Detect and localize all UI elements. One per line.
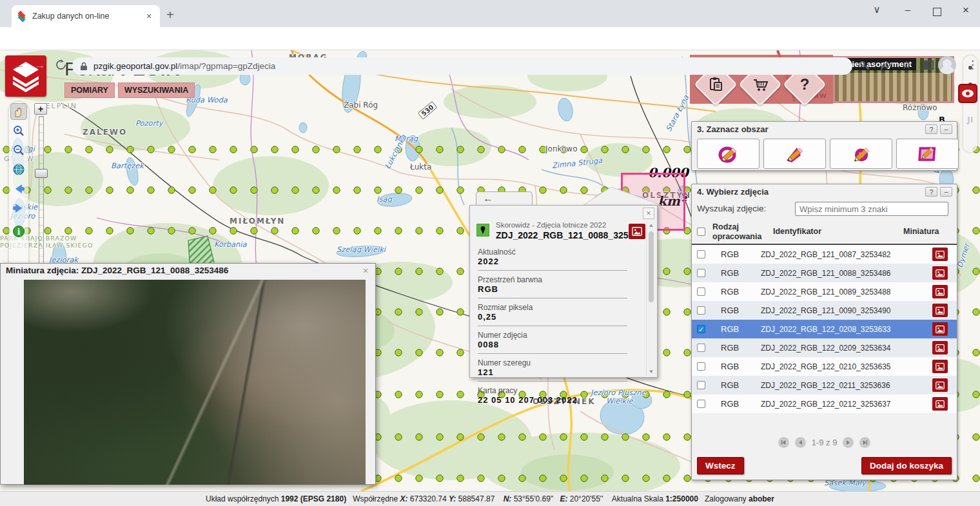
add-to-cart-button[interactable]: Dodaj do koszyka <box>861 457 952 474</box>
browser-menu-dots-icon[interactable]: ⋮ <box>967 58 978 72</box>
zoom-in-button[interactable] <box>10 122 27 139</box>
row-identifier: ZDJ_2022_RGB_122_0210_3253635 <box>761 362 932 371</box>
back-button-browser[interactable]: ← <box>13 58 25 72</box>
visibility-eye-button[interactable] <box>958 84 977 103</box>
bookmark-star-icon[interactable]: ☆ <box>901 58 912 72</box>
sidebar-icon[interactable] <box>923 61 934 70</box>
last-page-button[interactable] <box>859 437 870 448</box>
row-checkbox[interactable] <box>697 400 705 408</box>
draw-polyline-button[interactable] <box>763 139 826 169</box>
popup-close-button[interactable]: × <box>643 208 654 219</box>
draw-rectangle-button[interactable] <box>896 139 959 169</box>
table-row[interactable]: RGBZDJ_2022_RGB_121_0090_3253490 <box>692 301 957 320</box>
full-extent-button[interactable] <box>10 161 27 178</box>
address-bar[interactable]: pzgik.geoportal.gov.pl/imap/?gpmap=gpZdj… <box>72 57 852 75</box>
next-page-button[interactable] <box>843 437 854 448</box>
nav-wyszukiwania[interactable]: WYSZUKIWANIA <box>118 83 195 98</box>
field-label: Karta pracy <box>478 386 627 395</box>
draw-polygon-button[interactable] <box>830 139 892 169</box>
browser-tabstrip: Zakup danych on-line × + ∨ – × <box>0 0 980 27</box>
panel4-help-button[interactable]: ? <box>925 187 937 197</box>
table-row[interactable]: RGBZDJ_2022_RGB_121_0088_3253486 <box>692 264 957 282</box>
row-identifier: ZDJ_2022_RGB_121_0088_3253486 <box>761 269 932 278</box>
table-header: Rodzaj opracowania Identyfikator Miniatu… <box>692 220 957 245</box>
window-minimize-button[interactable]: – <box>898 4 917 15</box>
popup-source: Skorowidz - Zdjęcia lotnicze 2022 <box>496 221 625 229</box>
slider-handle[interactable] <box>35 169 48 178</box>
row-miniature-button[interactable] <box>932 266 948 280</box>
panel3-help-button[interactable]: ? <box>925 124 937 134</box>
row-miniature-button[interactable] <box>932 378 948 392</box>
globe-icon <box>12 163 25 176</box>
map-label: MIŁOMŁYN <box>230 217 285 226</box>
row-type: RGB <box>721 324 761 334</box>
row-checkbox[interactable] <box>697 362 705 371</box>
row-miniature-button[interactable] <box>932 248 948 261</box>
panel3-minimize-button[interactable]: − <box>940 124 952 134</box>
panel4-minimize-button[interactable]: − <box>940 187 952 197</box>
pan-tool-button[interactable] <box>10 103 27 120</box>
popup-miniature-button[interactable] <box>629 224 645 239</box>
row-miniature-button[interactable] <box>932 397 948 411</box>
zoom-out-button[interactable] <box>10 142 27 159</box>
panel3-title: 3. Zaznacz obszar <box>697 124 769 134</box>
popup-scrollbar[interactable]: ▲ ▼ <box>646 221 656 376</box>
info-button[interactable]: i <box>10 223 27 240</box>
row-miniature-button[interactable] <box>932 341 948 355</box>
image-icon <box>935 269 945 278</box>
table-row[interactable]: RGBZDJ_2022_RGB_122_0210_3253635 <box>692 357 957 376</box>
table-row[interactable]: RGBZDJ_2022_RGB_122_0211_3253636 <box>692 376 957 394</box>
draw-circle-button[interactable] <box>697 139 760 169</box>
window-close-button[interactable]: × <box>956 4 975 17</box>
row-checkbox[interactable]: ✓ <box>697 325 705 333</box>
row-checkbox[interactable] <box>697 381 705 389</box>
profile-avatar[interactable] <box>938 56 956 74</box>
row-type: RGB <box>721 268 761 278</box>
browser-tab[interactable]: Zakup danych on-line × <box>12 5 160 27</box>
search-photo-input[interactable] <box>795 202 948 216</box>
reload-icon[interactable] <box>55 59 66 73</box>
miniature-close-button[interactable]: × <box>360 266 371 277</box>
map-viewport[interactable]: MałdytyMORĄGNarieŻabi RógRuda WodaPELPLI… <box>0 50 980 491</box>
scrollbar-thumb[interactable] <box>649 231 654 302</box>
scroll-up-icon[interactable]: ▲ <box>647 222 656 228</box>
arrow-right-icon <box>12 202 25 215</box>
window-maximize-button[interactable] <box>927 7 946 18</box>
next-view-button[interactable] <box>10 200 27 217</box>
forward-button-browser[interactable]: → <box>34 58 46 72</box>
slider-track[interactable] <box>39 116 44 272</box>
back-button[interactable]: Wstecz <box>697 457 744 474</box>
nav-pomiary[interactable]: POMIARY <box>64 83 115 98</box>
previous-view-button[interactable] <box>10 180 27 197</box>
row-miniature-button[interactable] <box>932 304 948 317</box>
window-menu-chevron-icon[interactable]: ∨ <box>867 4 887 15</box>
row-checkbox[interactable] <box>697 269 705 277</box>
new-tab-button[interactable]: + <box>166 8 174 23</box>
row-checkbox[interactable] <box>697 306 705 315</box>
popup-back-tab[interactable]: ← <box>476 191 533 205</box>
first-page-button[interactable] <box>778 437 789 448</box>
back-arrow-icon: ← <box>483 193 493 204</box>
row-checkbox[interactable] <box>697 250 705 258</box>
select-all-checkbox[interactable] <box>697 228 705 236</box>
row-checkbox[interactable] <box>697 344 705 352</box>
password-key-icon[interactable] <box>859 60 870 74</box>
table-row[interactable]: RGBZDJ_2022_RGB_121_0089_3253488 <box>692 282 957 301</box>
previous-page-button[interactable] <box>795 437 806 448</box>
row-miniature-button[interactable] <box>932 322 948 336</box>
row-type: RGB <box>721 380 761 390</box>
table-row[interactable]: RGBZDJ_2022_RGB_122_0212_3253637 <box>692 394 957 413</box>
table-row[interactable]: ✓RGBZDJ_2022_RGB_122_0208_3253633 <box>692 320 957 338</box>
row-miniature-button[interactable] <box>932 360 948 373</box>
table-row[interactable]: RGBZDJ_2022_RGB_121_0087_3253482 <box>692 245 957 264</box>
table-row[interactable]: RGBZDJ_2022_RGB_122_0209_3253634 <box>692 338 957 357</box>
row-miniature-button[interactable] <box>932 285 948 298</box>
image-icon <box>935 250 945 259</box>
row-checkbox[interactable] <box>697 287 705 296</box>
share-icon[interactable] <box>880 60 892 74</box>
status-segment: Zalogowany <box>698 494 749 503</box>
feature-info-popup: ← × Skorowidz - Zdjęcia lotnicze 2022 ZD… <box>469 205 658 378</box>
tab-close-icon[interactable]: × <box>143 10 155 22</box>
slider-zoom-in-button[interactable]: + <box>34 103 47 115</box>
scroll-down-icon[interactable]: ▼ <box>647 369 656 375</box>
